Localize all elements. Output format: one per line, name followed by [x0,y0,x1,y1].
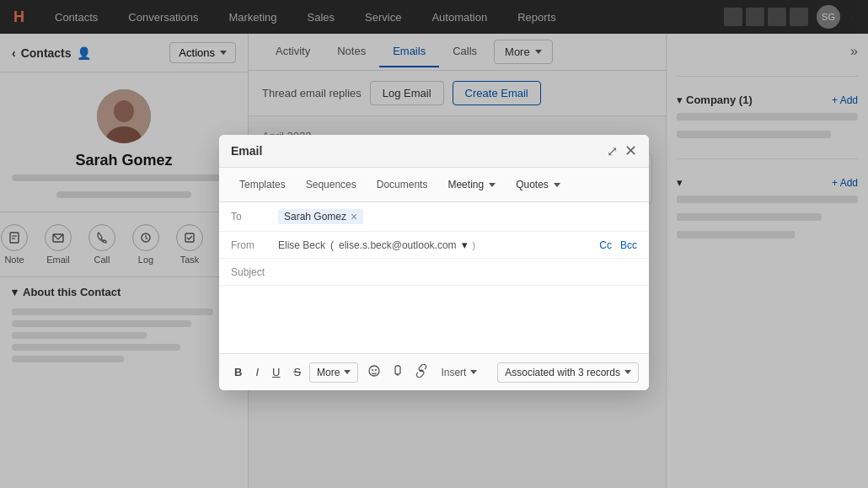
to-field-value: Sarah Gomez × [278,209,637,224]
recipient-name: Sarah Gomez [284,211,346,223]
cc-button[interactable]: Cc [599,239,612,251]
modal-expand-button[interactable]: ⤢ [607,143,618,159]
email-modal: Email ⤢ ✕ Templates Sequences Documents … [219,135,649,390]
emoji-button[interactable] [363,361,385,383]
modal-header: Email ⤢ ✕ [219,135,649,168]
insert-chevron-icon [470,370,477,374]
associated-chevron-icon [624,370,631,374]
link-button[interactable] [410,361,432,383]
bold-icon: B [234,366,242,378]
svg-point-14 [372,369,373,371]
underline-button[interactable]: U [267,362,285,382]
bold-button[interactable]: B [229,362,247,382]
insert-button[interactable]: Insert [436,363,482,382]
from-email-address: elise.s.beck@outlook.com [339,239,457,251]
modal-tabs: Templates Sequences Documents Meeting Qu… [219,168,649,202]
modal-close-button[interactable]: ✕ [624,142,637,160]
modal-tab-meeting[interactable]: Meeting [439,174,504,195]
attachment-button[interactable] [387,361,409,383]
subject-input[interactable] [278,265,637,278]
italic-icon: I [255,366,259,378]
recipient-tag: Sarah Gomez × [278,209,363,224]
from-field-value: Elise Beck ( elise.s.beck@outlook.com ▾ … [278,239,599,251]
from-label: From [231,239,278,251]
to-field-row: To Sarah Gomez × [219,202,649,232]
modal-body: To Sarah Gomez × From Elise Beck ( elise… [219,202,649,353]
quotes-label: Quotes [516,179,549,190]
from-name: Elise Beck [278,239,325,251]
quotes-chevron-icon [554,183,560,187]
modal-footer: B I U S More Insert [219,353,649,390]
link-icon [415,364,428,378]
insert-label: Insert [441,367,466,378]
strikethrough-icon: S [293,366,301,378]
recipient-remove-button[interactable]: × [351,211,357,223]
meeting-chevron-icon [489,183,496,187]
cc-bcc-buttons: Cc Bcc [599,239,637,251]
from-email-chevron-icon[interactable]: ▾ [462,239,468,251]
from-field-row: From Elise Beck ( elise.s.beck@outlook.c… [219,232,649,259]
bcc-button[interactable]: Bcc [620,239,637,251]
italic-button[interactable]: I [250,362,264,382]
associated-label: Associated with 3 records [505,367,620,378]
emoji-icon [367,364,381,378]
from-paren-open: ( [330,239,334,251]
footer-more-label: More [317,367,340,378]
subject-row: Subject [219,259,649,286]
modal-tab-quotes[interactable]: Quotes [507,174,569,195]
svg-rect-16 [395,366,400,374]
footer-more-chevron-icon [344,370,351,374]
meeting-label: Meeting [447,179,484,190]
modal-tab-documents[interactable]: Documents [368,174,437,195]
to-label: To [231,211,278,223]
footer-more-button[interactable]: More [309,362,358,383]
subject-label: Subject [231,266,278,278]
modal-overlay: Email ⤢ ✕ Templates Sequences Documents … [0,0,868,488]
strikethrough-button[interactable]: S [288,362,306,382]
modal-tab-sequences[interactable]: Sequences [297,174,365,195]
associated-records-button[interactable]: Associated with 3 records [497,362,639,383]
compose-area[interactable] [219,286,649,353]
underline-icon: U [272,366,280,378]
from-paren-close: ) [473,240,476,250]
modal-title: Email [231,144,607,158]
footer-icons [363,361,432,383]
svg-point-15 [375,369,377,371]
attachment-icon [391,364,405,378]
modal-tab-templates[interactable]: Templates [231,174,294,195]
